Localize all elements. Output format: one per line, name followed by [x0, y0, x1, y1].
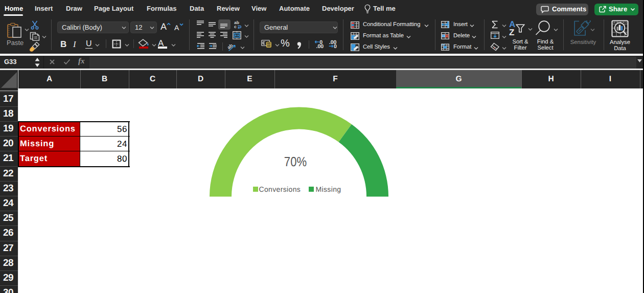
svg-text:c: c	[234, 24, 237, 29]
svg-text:0: 0	[334, 43, 337, 49]
svg-text:.00: .00	[316, 43, 324, 49]
